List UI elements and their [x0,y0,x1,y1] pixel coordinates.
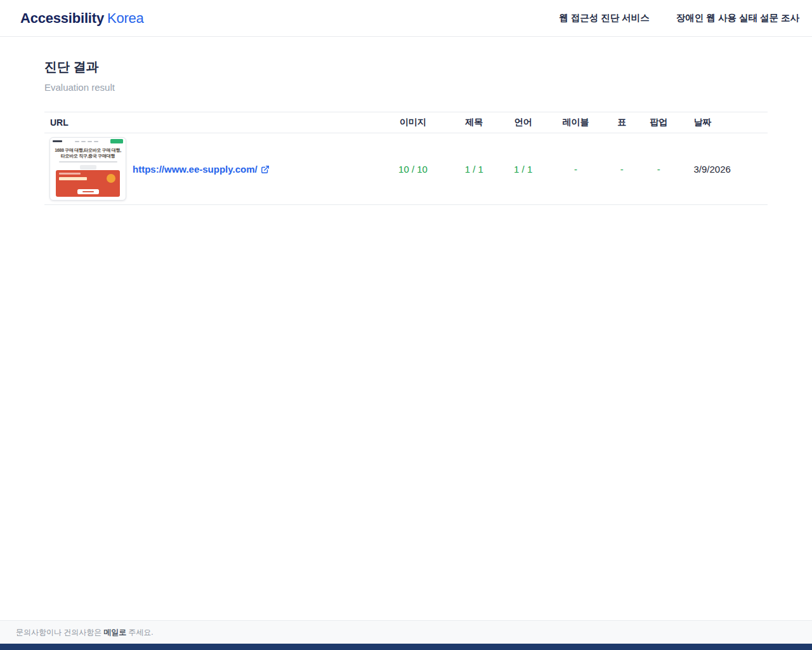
thumbnail-badge-circle [107,174,115,183]
nav-link-survey[interactable]: 장애인 웹 사용 실태 설문 조사 [676,12,799,24]
table-header-row: URL 이미지 제목 언어 레이블 표 팝업 날짜 [44,112,768,133]
site-thumbnail[interactable]: 1688 구매 대행,타오바오 구매 대행,타오바오 직구,중국 구매대행 [49,137,126,201]
results-table: URL 이미지 제목 언어 레이블 표 팝업 날짜 [44,112,768,205]
column-header-language: 언어 [504,112,542,133]
site-header: AccessibilityKorea 웹 접근성 진단 서비스 장애인 웹 사용… [0,0,812,37]
footer-message: 문의사항이나 건의사항은 메일로 주세요. [0,620,812,644]
footer-mail-link[interactable]: 메일로 [103,627,126,638]
logo-secondary: Korea [107,10,144,26]
result-url-link[interactable]: https://www.ee-supply.com/ [133,164,270,175]
score-title: 1 / 1 [444,133,504,205]
thumbnail-navbar [50,138,126,145]
table-row: 1688 구매 대행,타오바오 구매 대행,타오바오 직구,중국 구매대행 [44,133,768,205]
result-url-text: https://www.ee-supply.com/ [133,164,258,175]
thumbnail-chip [80,165,96,169]
score-label: - [542,133,609,205]
header-nav: 웹 접근성 진단 서비스 장애인 웹 사용 실태 설문 조사 [559,12,799,24]
column-header-title: 제목 [444,112,504,133]
logo-primary: Accessibility [20,10,104,26]
nav-link-evaluation-service[interactable]: 웹 접근성 진단 서비스 [559,12,650,24]
score-popup: - [634,133,683,205]
column-header-table: 표 [609,112,634,133]
thumbnail-promo-banner [56,170,120,197]
column-header-popup: 팝업 [634,112,683,133]
footer-message-suffix: 주세요. [128,627,153,638]
result-date: 3/9/2026 [683,133,768,205]
column-header-images: 이미지 [382,112,444,133]
page-title: 진단 결과 [44,58,768,76]
site-footer: 문의사항이나 건의사항은 메일로 주세요. [0,620,812,650]
bottom-accent-bar [0,644,812,650]
footer-message-prefix: 문의사항이나 건의사항은 [16,627,102,638]
thumbnail-logo [53,140,62,142]
column-header-label: 레이블 [542,112,609,133]
external-link-icon [261,165,270,174]
score-language: 1 / 1 [504,133,542,205]
thumbnail-green-button [110,139,123,143]
column-header-date: 날짜 [683,112,768,133]
score-images: 10 / 10 [382,133,444,205]
thumbnail-nav-links [63,141,109,142]
score-table: - [609,133,634,205]
url-cell: 1688 구매 대행,타오바오 구매 대행,타오바오 직구,중국 구매대행 [44,133,382,205]
main-area: 진단 결과 Evaluation result URL 이미지 제목 언어 레이… [0,37,812,620]
thumbnail-heading: 1688 구매 대행,타오바오 구매 대행,타오바오 직구,중국 구매대행 [50,148,126,159]
column-header-url: URL [44,112,382,133]
page-subtitle: Evaluation result [44,82,768,93]
thumbnail-banner-button [77,189,99,194]
thumbnail-subtext [59,161,117,162]
logo[interactable]: AccessibilityKorea [20,10,144,27]
